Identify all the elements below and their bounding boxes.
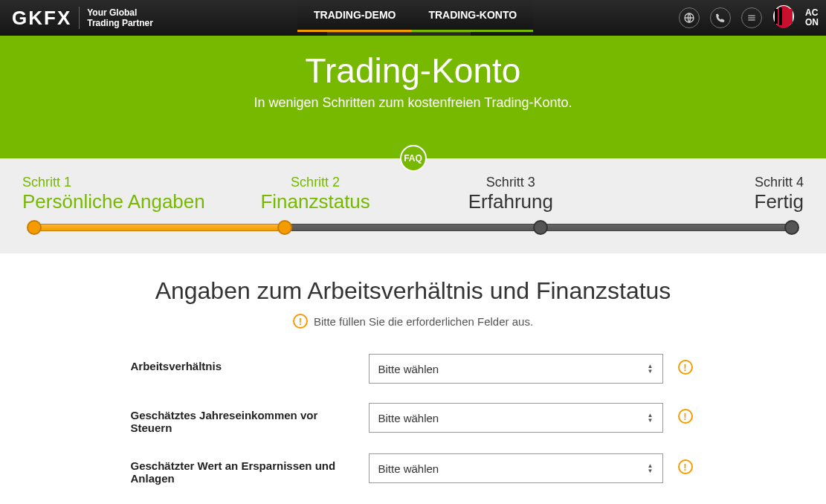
- field-annual-income: Geschätztes Jahreseinkommen vor Steuern …: [131, 403, 696, 434]
- select-arrows-icon: ▲▼: [648, 463, 654, 474]
- header-actions: AC ON: [679, 0, 819, 36]
- progress-node-1[interactable]: [27, 220, 42, 235]
- svg-rect-7: [785, 7, 788, 25]
- phone-icon[interactable]: [710, 7, 731, 28]
- annual-income-select[interactable]: Bitte wählen ▲▼: [369, 403, 663, 433]
- progress-bar: [30, 224, 796, 231]
- menu-icon[interactable]: [741, 7, 762, 28]
- step-4[interactable]: Schritt 4 Fertig: [608, 175, 804, 213]
- form-hint: ! Bitte füllen Sie die erforderlichen Fe…: [30, 314, 796, 329]
- progress-node-2[interactable]: [277, 220, 292, 235]
- page-title: Trading-Konto: [0, 51, 826, 91]
- warning-icon: !: [293, 314, 308, 329]
- progress-steps: Schritt 1 Persönliche Angaben Schritt 2 …: [0, 158, 826, 253]
- step-3[interactable]: Schritt 3 Erfahrung: [413, 175, 609, 213]
- svg-rect-6: [779, 7, 782, 25]
- field-employment: Arbeitsverhältnis Bitte wählen ▲▼ !: [131, 354, 696, 384]
- page-subtitle: In wenigen Schritten zum kostenfreien Tr…: [0, 95, 826, 111]
- svg-rect-8: [790, 9, 793, 24]
- select-arrows-icon: ▲▼: [648, 413, 654, 423]
- tagline: Your Global Trading Partner: [87, 7, 153, 29]
- progress-node-4[interactable]: [784, 220, 799, 235]
- form-section: Angaben zum Arbeitsverhältnis und Finanz…: [0, 253, 826, 504]
- brand-logo[interactable]: GKFX Your Global Trading Partner: [12, 7, 153, 30]
- sponsor-badge-icon[interactable]: [772, 4, 795, 31]
- savings-select[interactable]: Bitte wählen ▲▼: [369, 453, 663, 483]
- nav-tab-trading-konto[interactable]: TRADING-KONTO: [412, 0, 533, 32]
- employment-select[interactable]: Bitte wählen ▲▼: [369, 354, 663, 384]
- progress-fill: [30, 224, 285, 231]
- step-2[interactable]: Schritt 2 Finanzstatus: [218, 175, 413, 213]
- warning-icon: !: [678, 409, 693, 424]
- svg-rect-5: [775, 9, 778, 24]
- faq-button[interactable]: FAQ: [400, 145, 427, 172]
- progress-node-3[interactable]: [533, 220, 548, 235]
- hero-banner: Trading-Konto In wenigen Schritten zum k…: [0, 36, 826, 158]
- field-label: Geschätzter Wert an Ersparnissen und Anl…: [131, 453, 354, 485]
- logo-text: GKFX: [12, 7, 71, 30]
- nav-tab-trading-demo[interactable]: TRADING-DEMO: [297, 0, 412, 32]
- select-arrows-icon: ▲▼: [648, 364, 654, 374]
- header-right-label: AC ON: [805, 8, 819, 28]
- step-1[interactable]: Schritt 1 Persönliche Angaben: [22, 175, 218, 213]
- top-header: GKFX Your Global Trading Partner TRADING…: [0, 0, 826, 36]
- field-savings: Geschätzter Wert an Ersparnissen und Anl…: [131, 453, 696, 485]
- globe-icon[interactable]: [679, 7, 700, 28]
- warning-icon: !: [678, 459, 693, 474]
- form-heading: Angaben zum Arbeitsverhältnis und Finanz…: [30, 277, 796, 305]
- field-label: Geschätztes Jahreseinkommen vor Steuern: [131, 403, 354, 434]
- logo-divider: [79, 7, 80, 29]
- warning-icon: !: [678, 360, 693, 375]
- field-label: Arbeitsverhältnis: [131, 354, 354, 372]
